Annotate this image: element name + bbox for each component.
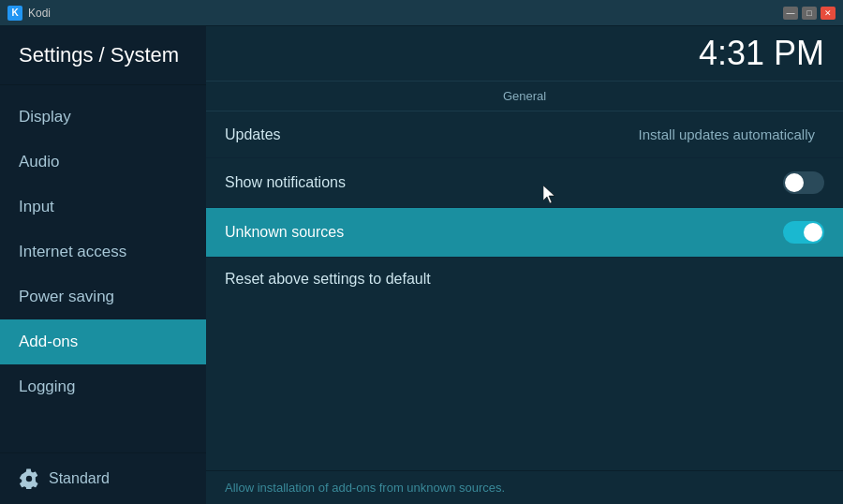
main-layout: Settings / System DisplayAudioInputInter…: [0, 26, 843, 504]
sidebar-footer: Standard: [0, 452, 206, 504]
content-header: 4:31 PM: [206, 26, 843, 81]
settings-panel: General UpdatesInstall updates automatic…: [206, 81, 843, 470]
toggle-1[interactable]: [783, 171, 824, 194]
page-title: Settings / System: [0, 26, 206, 85]
sidebar: Settings / System DisplayAudioInputInter…: [0, 26, 206, 504]
sidebar-item-audio[interactable]: Audio: [0, 140, 206, 185]
settings-rows: UpdatesInstall updates automaticallyShow…: [206, 111, 843, 258]
settings-level-label[interactable]: Standard: [49, 470, 110, 487]
setting-row-0[interactable]: UpdatesInstall updates automatically: [206, 111, 843, 158]
setting-label-2: Unknown sources: [225, 224, 783, 241]
toggle-knob-1: [785, 173, 804, 192]
title-bar: K Kodi — □ ✕: [0, 0, 843, 26]
reset-row[interactable]: Reset above settings to default: [206, 258, 843, 301]
close-button[interactable]: ✕: [821, 7, 836, 20]
sidebar-item-logging[interactable]: Logging: [0, 364, 206, 409]
toggle-knob-2: [804, 223, 822, 242]
title-bar-text: Kodi: [28, 7, 777, 20]
sidebar-item-add-ons[interactable]: Add-ons: [0, 319, 206, 364]
nav-list: DisplayAudioInputInternet accessPower sa…: [0, 85, 206, 452]
setting-label-0: Updates: [225, 126, 639, 143]
minimize-button[interactable]: —: [783, 7, 798, 20]
setting-label-1: Show notifications: [225, 174, 783, 191]
setting-row-1[interactable]: Show notifications: [206, 158, 843, 208]
content-footer: Allow installation of add-ons from unkno…: [206, 470, 843, 504]
toggle-2[interactable]: [783, 221, 824, 244]
clock-display: 4:31 PM: [699, 34, 824, 73]
title-bar-controls: — □ ✕: [783, 7, 836, 20]
content-area: 4:31 PM General UpdatesInstall updates a…: [206, 26, 843, 504]
sidebar-item-power-saving[interactable]: Power saving: [0, 274, 206, 319]
sidebar-item-internet-access[interactable]: Internet access: [0, 230, 206, 274]
app-icon: K: [7, 6, 22, 21]
sidebar-item-display[interactable]: Display: [0, 95, 206, 140]
setting-value-0: Install updates automatically: [639, 126, 815, 142]
sidebar-item-input[interactable]: Input: [0, 185, 206, 230]
section-header-general: General: [206, 81, 843, 111]
gear-icon: [19, 468, 39, 489]
maximize-button[interactable]: □: [802, 7, 817, 20]
setting-row-2[interactable]: Unknown sources: [206, 208, 843, 258]
